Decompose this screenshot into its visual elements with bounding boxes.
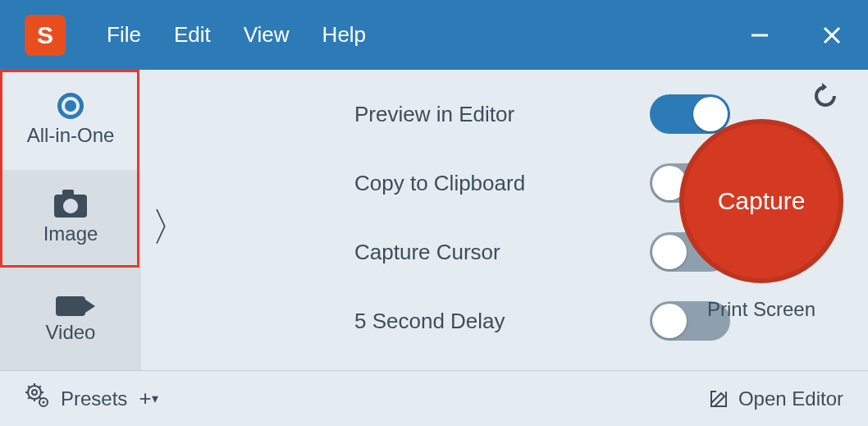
option-label: 5 Second Delay (354, 309, 650, 334)
capture-area: Capture Print Screen (679, 86, 843, 321)
app-logo: S (25, 15, 66, 56)
tab-label: Image (43, 222, 98, 245)
main-menu: File Edit View Help (107, 22, 748, 48)
svg-line-12 (28, 397, 30, 399)
menu-file[interactable]: File (107, 22, 141, 48)
window-controls (748, 24, 843, 47)
open-editor-button[interactable]: Open Editor (709, 387, 843, 410)
capture-hotkey-label: Print Screen (707, 298, 815, 321)
add-preset-button[interactable]: +▾ (139, 386, 158, 411)
tab-label: Video (46, 321, 96, 344)
menu-edit[interactable]: Edit (174, 22, 211, 48)
main-area: All-in-One Image Video 〉 Preview in Edit… (0, 70, 868, 370)
plus-icon: + (139, 386, 151, 411)
mode-sidebar: All-in-One Image Video (0, 70, 141, 370)
svg-point-4 (32, 390, 37, 395)
svg-point-3 (28, 386, 41, 399)
svg-point-14 (42, 401, 44, 403)
tab-image[interactable]: Image (0, 170, 141, 270)
presets-button[interactable]: Presets (61, 387, 127, 410)
menu-view[interactable]: View (244, 22, 290, 48)
svg-rect-15 (711, 392, 726, 406)
svg-line-9 (28, 386, 30, 387)
open-editor-label: Open Editor (738, 387, 843, 410)
option-label: Capture Cursor (354, 240, 650, 265)
tab-label: All-in-One (27, 124, 115, 147)
edit-icon (709, 389, 729, 409)
gear-icon (25, 383, 49, 408)
footer-left: Presets +▾ (25, 383, 158, 414)
target-icon (57, 93, 84, 119)
minimize-button[interactable] (748, 24, 771, 47)
settings-button[interactable] (25, 383, 49, 414)
tab-all-in-one[interactable]: All-in-One (0, 70, 141, 170)
svg-line-11 (39, 386, 41, 387)
chevron-down-icon: ▾ (152, 391, 158, 406)
video-icon (56, 296, 85, 316)
footer: Presets +▾ Open Editor (0, 370, 868, 426)
capture-button[interactable]: Capture (679, 119, 843, 283)
close-button[interactable] (820, 24, 843, 47)
option-label: Copy to Clipboard (354, 171, 650, 196)
chevron-right-icon: 〉 (151, 201, 190, 254)
tab-video[interactable]: Video (0, 270, 141, 370)
capture-button-label: Capture (718, 187, 806, 215)
menu-help[interactable]: Help (322, 22, 366, 48)
camera-icon (54, 195, 87, 218)
titlebar: S File Edit View Help (0, 0, 868, 70)
option-label: Preview in Editor (354, 102, 650, 127)
